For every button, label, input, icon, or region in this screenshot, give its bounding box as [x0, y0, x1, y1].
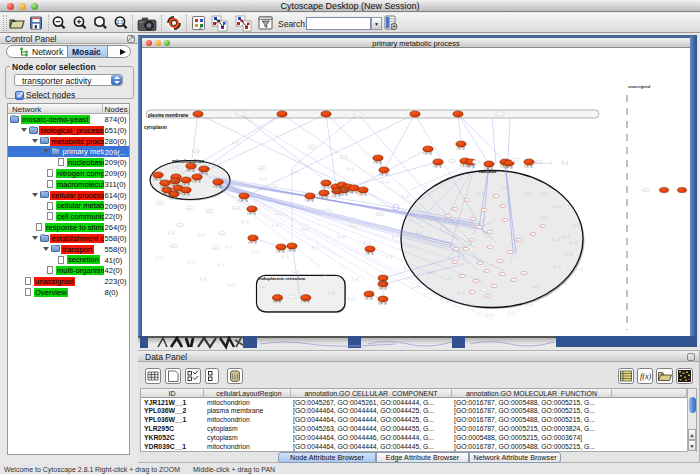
svg-text:[·—·]: [·—·] — [348, 297, 354, 301]
svg-text:Y·R··W: Y·R··W — [192, 180, 201, 184]
svg-text:[··]: [··] — [445, 215, 448, 218]
svg-text:[·—·]: [·—·] — [226, 245, 232, 249]
svg-text:Y·R··W: Y·R··W — [181, 193, 190, 197]
svg-text:[·—·]: [·—·] — [206, 210, 212, 213]
svg-text:[··]: [··] — [497, 260, 500, 263]
svg-text:[·—·]: [·—·] — [540, 215, 546, 219]
svg-text:plasma membrane: plasma membrane — [148, 113, 189, 118]
svg-text:Y·R··W: Y·R··W — [378, 302, 387, 306]
svg-text:[··]: [··] — [500, 205, 503, 208]
svg-text:Y·R··W: Y·R··W — [358, 193, 367, 197]
svg-text:[·—·]: [·—·] — [392, 235, 398, 239]
svg-text:[·—·]: [·—·] — [572, 223, 578, 227]
svg-text:[··]: [··] — [459, 275, 462, 278]
svg-text:[·—·]: [·—·] — [170, 245, 176, 248]
svg-text:[·—·]: [·—·] — [376, 213, 382, 216]
svg-text:[·—·]: [·—·] — [347, 167, 353, 171]
svg-text:[·—·]: [·—·] — [511, 159, 517, 162]
svg-text:[·—·]: [·—·] — [553, 238, 559, 242]
svg-text:endoplasmic reticulum: endoplasmic reticulum — [258, 276, 306, 281]
svg-text:[·—·]: [·—·] — [382, 180, 388, 184]
svg-text:[·—·]: [·—·] — [642, 189, 648, 192]
svg-text:[·—·]: [·—·] — [198, 233, 204, 237]
svg-text:Y·R··W: Y·R··W — [287, 249, 296, 253]
svg-text:[·—·]: [·—·] — [276, 212, 282, 215]
svg-text:[·—·]: [·—·] — [428, 271, 434, 275]
svg-text:1:1: 1:1 — [117, 19, 124, 25]
svg-text:[·—·]: [·—·] — [444, 277, 450, 281]
svg-text:Y·R··W: Y·R··W — [247, 212, 256, 216]
svg-text:Y·R··W: Y·R··W — [364, 297, 373, 301]
svg-text:[·—·]: [·—·] — [192, 150, 198, 153]
svg-text:Y·R··W: Y·R··W — [365, 252, 374, 256]
svg-text:[·—·]: [·—·] — [268, 185, 274, 188]
svg-text:mitochondrion: mitochondrion — [172, 159, 204, 164]
svg-text:[··]: [··] — [491, 285, 494, 288]
svg-text:[·—·]: [·—·] — [542, 293, 548, 297]
svg-text:[·—·]: [·—·] — [218, 232, 224, 235]
svg-text:[·—·]: [·—·] — [458, 291, 464, 295]
svg-text:Y·R··W: Y·R··W — [153, 178, 162, 182]
svg-text:[·—·]: [·—·] — [200, 277, 206, 281]
svg-text:[·—·]: [·—·] — [416, 231, 422, 235]
svg-text:[··]: [··] — [464, 199, 467, 202]
svg-text:[·—·]: [·—·] — [308, 146, 314, 149]
svg-text:[·—·]: [·—·] — [532, 285, 538, 289]
svg-text:[·—·]: [·—·] — [272, 223, 278, 227]
svg-text:[·—·]: [·—·] — [292, 170, 298, 174]
svg-text:[·—·]: [·—·] — [242, 220, 248, 224]
svg-text:[··]: [··] — [502, 219, 505, 222]
svg-text:nucleus: nucleus — [479, 169, 497, 174]
svg-text:[·—·]: [·—·] — [260, 177, 266, 181]
svg-text:[··]: [··] — [477, 262, 480, 265]
svg-text:Y·R··W: Y·R··W — [171, 180, 180, 184]
svg-text:[·—·]: [·—·] — [228, 283, 234, 287]
svg-text:[·—·]: [·—·] — [472, 161, 478, 164]
svg-text:[·—·]: [·—·] — [576, 267, 582, 271]
svg-text:[·—·]: [·—·] — [324, 210, 330, 213]
svg-text:unassigned: unassigned — [628, 84, 651, 89]
svg-text:Y·R··W: Y·R··W — [273, 300, 282, 304]
svg-text:[··]: [··] — [470, 218, 473, 221]
svg-text:[··]: [··] — [516, 239, 519, 242]
svg-text:[·—·]: [·—·] — [236, 113, 242, 116]
svg-text:Y·R··W: Y·R··W — [524, 165, 533, 169]
svg-text:[·—·]: [·—·] — [386, 255, 392, 259]
svg-text:Y·R··W: Y·R··W — [379, 173, 388, 177]
svg-text:Y·R··W: Y·R··W — [162, 193, 171, 197]
svg-text:Y·R··W: Y·R··W — [181, 183, 190, 187]
svg-text:[·—·]: [·—·] — [570, 241, 576, 245]
svg-text:[··]: [··] — [469, 291, 472, 294]
svg-text:[·—·]: [·—·] — [258, 167, 264, 170]
svg-text:[··]: [··] — [484, 270, 487, 273]
svg-text:Y·R··W: Y·R··W — [301, 300, 310, 304]
svg-text:Y·R··W: Y·R··W — [332, 194, 341, 198]
svg-text:Y·R··W: Y·R··W — [186, 169, 195, 173]
svg-text:Y·R··W: Y·R··W — [433, 165, 442, 169]
svg-text:[··]: [··] — [487, 246, 490, 249]
svg-text:[·—·]: [·—·] — [442, 300, 448, 304]
svg-text:[·—·]: [·—·] — [448, 160, 454, 163]
svg-text:[··]: [··] — [511, 279, 514, 282]
svg-text:Y·R··W: Y·R··W — [160, 186, 169, 190]
svg-text:[·—·]: [·—·] — [354, 113, 360, 116]
svg-text:Y·R··W: Y·R··W — [199, 172, 208, 176]
svg-text:[·—·]: [·—·] — [168, 231, 174, 235]
svg-text:[·—·]: [·—·] — [364, 241, 370, 245]
svg-text:[·—·]: [·—·] — [350, 224, 356, 227]
svg-text:[·—·]: [·—·] — [302, 227, 308, 231]
svg-text:[·—·]: [·—·] — [212, 247, 218, 250]
svg-text:[··]: [··] — [463, 248, 466, 251]
svg-text:[·—·]: [·—·] — [312, 245, 318, 249]
svg-text:Y·R··W: Y·R··W — [373, 161, 382, 165]
svg-text:[·—·]: [·—·] — [554, 265, 560, 269]
svg-text:[·—·]: [·—·] — [282, 255, 288, 259]
svg-text:[·—·]: [·—·] — [328, 291, 334, 295]
svg-text:[··]: [··] — [481, 209, 484, 212]
svg-text:[··]: [··] — [476, 226, 479, 229]
svg-text:[·—··—·—··—·]: [·—··—·—··—·] — [534, 161, 552, 165]
svg-text:[··]: [··] — [453, 248, 456, 251]
svg-text:Y·R··W: Y·R··W — [423, 152, 432, 156]
svg-text:[·—·]: [·—·] — [563, 235, 569, 239]
svg-text:[·—·]: [·—·] — [554, 205, 560, 209]
